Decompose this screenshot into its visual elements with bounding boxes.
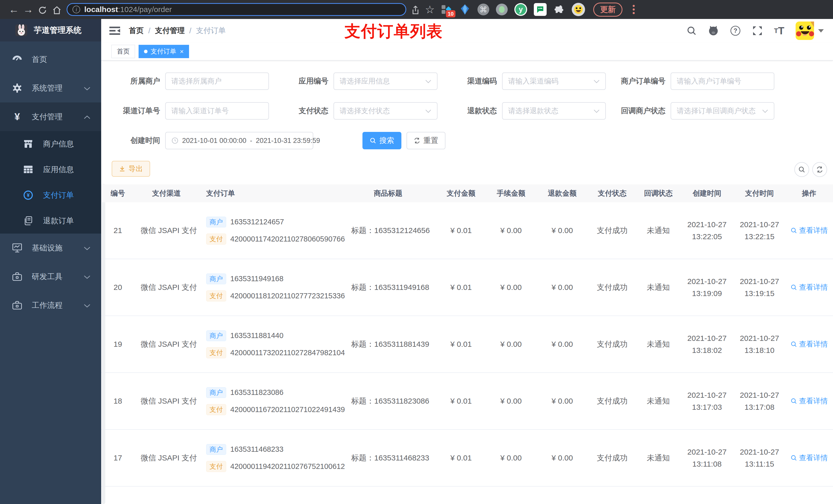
user-avatar[interactable] xyxy=(795,22,824,40)
chevron-down-icon xyxy=(84,243,90,252)
site-info-icon[interactable]: i xyxy=(72,6,80,13)
reset-button[interactable]: 重置 xyxy=(406,132,446,149)
cell-title: 标题：1635312124656 xyxy=(339,225,437,236)
extension-puzzle-icon[interactable] xyxy=(553,4,565,15)
sidebar-item-system[interactable]: 系统管理 xyxy=(0,74,101,102)
shop-icon xyxy=(23,140,34,148)
help-icon[interactable]: ? xyxy=(730,25,741,36)
cell-title: 标题：1635311468233 xyxy=(339,453,437,463)
extension-gem-icon[interactable] xyxy=(459,4,471,15)
fullscreen-icon[interactable] xyxy=(752,25,763,36)
extension-command-icon[interactable]: ⌘ xyxy=(477,4,489,15)
refresh-table-button[interactable] xyxy=(812,162,827,177)
tab-pay-order[interactable]: 支付订单 × xyxy=(139,45,189,58)
pay-status-select[interactable]: 请选择支付状态 xyxy=(334,102,437,120)
svg-text:¥: ¥ xyxy=(27,192,30,198)
view-details-link[interactable]: 查看详情 xyxy=(790,396,828,406)
extension-vue-icon[interactable]: y xyxy=(514,3,527,16)
app-select[interactable]: 请选择应用信息 xyxy=(334,72,437,90)
cell-action: 查看详情 xyxy=(785,396,833,406)
breadcrumb-payment[interactable]: 支付管理 xyxy=(155,26,185,36)
tags-view-bar: 首页 支付订单 × xyxy=(101,43,833,61)
bookmark-star-icon[interactable]: ☆ xyxy=(423,3,437,16)
sidebar-item-infrastructure[interactable]: 基础设施 xyxy=(0,234,101,262)
cell-paid: 2021-10-2713:19:15 xyxy=(734,276,785,298)
view-details-link[interactable]: 查看详情 xyxy=(790,453,828,463)
merchant-tag: 商户 xyxy=(206,387,226,398)
filter-create-time: 创建时间 2021-10-01 00:00:00 - 2021-10-31 23… xyxy=(101,132,313,149)
cell-notify: 未通知 xyxy=(637,396,680,406)
sidebar-item-home[interactable]: 首页 xyxy=(0,45,101,74)
cell-status: 支付成功 xyxy=(588,453,637,463)
cell-fee: ¥ 0.00 xyxy=(485,226,537,235)
export-button[interactable]: 导出 xyxy=(112,161,150,177)
forward-icon[interactable]: → xyxy=(21,4,35,15)
extension-grid-icon[interactable]: 10 xyxy=(441,4,452,15)
cell-status: 支付成功 xyxy=(588,225,637,236)
cell-amount: ¥ 0.01 xyxy=(437,226,485,235)
submenu-item-pay-order[interactable]: ¥ 支付订单 xyxy=(0,182,101,208)
breadcrumb-home[interactable]: 首页 xyxy=(129,26,144,36)
browser-menu-icon[interactable] xyxy=(633,5,635,14)
cell-order-no: 商户1635311881440 支付4200001173202110272847… xyxy=(198,330,339,358)
cell-action: 查看详情 xyxy=(785,339,833,349)
sidebar-item-payment[interactable]: ¥ 支付管理 xyxy=(0,102,101,131)
sidebar-item-dev-tools[interactable]: 研发工具 xyxy=(0,262,101,291)
page-title-annotation: 支付订单列表 xyxy=(344,21,443,42)
clock-icon xyxy=(171,137,178,144)
merchant-order-input[interactable] xyxy=(671,72,774,90)
submenu-item-app-info[interactable]: 应用信息 xyxy=(0,157,101,182)
cell-paid: 2021-10-2713:22:15 xyxy=(734,219,785,241)
magnifier-icon xyxy=(790,227,797,234)
pay-order-icon: ¥ xyxy=(23,190,34,200)
extension-recorder-icon[interactable] xyxy=(496,4,508,15)
back-icon[interactable]: ← xyxy=(7,4,21,15)
orders-table: 编号 支付渠道 支付订单 商品标题 支付金额 手续金额 退款金额 支付状态 回调… xyxy=(101,184,833,504)
sidebar-item-label: 支付管理 xyxy=(32,112,63,122)
home-icon[interactable] xyxy=(50,4,64,15)
callback-status-select[interactable]: 请选择订单回调商户状态 xyxy=(671,102,774,120)
menu-fold-icon[interactable] xyxy=(109,26,121,36)
channel-order-input[interactable] xyxy=(165,102,269,120)
header-search-icon[interactable] xyxy=(687,26,697,36)
view-details-link[interactable]: 查看详情 xyxy=(790,225,828,235)
submenu-item-label: 退款订单 xyxy=(43,216,74,226)
briefcase-icon xyxy=(11,301,23,310)
url-text: localhost:1024/pay/order xyxy=(84,5,172,14)
chrome-update-button[interactable]: 更新 xyxy=(593,3,622,17)
merchant-tag: 商户 xyxy=(206,444,226,455)
submenu-item-refund-order[interactable]: 退款订单 xyxy=(0,208,101,234)
table-grid-icon xyxy=(23,165,34,174)
submenu-item-merchant-info[interactable]: 商户信息 xyxy=(0,131,101,157)
show-search-toggle-button[interactable] xyxy=(794,162,809,177)
date-range-input[interactable]: 2021-10-01 00:00:00 - 2021-10-31 23:59:5… xyxy=(165,132,313,149)
cell-created: 2021-10-2713:11:08 xyxy=(680,447,734,469)
merchant-input[interactable] xyxy=(165,72,269,90)
view-details-link[interactable]: 查看详情 xyxy=(790,283,828,292)
font-size-icon[interactable]: TT xyxy=(774,25,784,37)
search-button[interactable]: 搜索 xyxy=(362,132,401,149)
view-details-link[interactable]: 查看详情 xyxy=(790,339,828,349)
extension-chat-icon[interactable] xyxy=(534,3,547,16)
cell-order-no: 商户1635311823086 支付4200001167202110271022… xyxy=(198,387,339,415)
address-bar[interactable]: i localhost:1024/pay/order xyxy=(67,3,406,16)
channel-code-select[interactable]: 请输入渠道编码 xyxy=(502,72,606,90)
extension-badge: 10 xyxy=(446,10,455,18)
reload-icon[interactable] xyxy=(35,4,50,15)
share-icon[interactable] xyxy=(408,4,423,15)
page-content: 所属商户 应用编号 请选择应用信息 渠道编码 请输入渠道编码 商户订单编号 渠道… xyxy=(101,61,833,504)
tab-close-icon[interactable]: × xyxy=(180,48,184,55)
sidebar-item-workflow[interactable]: 工作流程 xyxy=(0,291,101,320)
cell-channel: 微信 JSAPI 支付 xyxy=(135,282,198,293)
chevron-down-icon xyxy=(84,272,90,281)
sidebar-logo[interactable]: 芋道管理系统 xyxy=(0,19,101,42)
cell-channel: 微信 JSAPI 支付 xyxy=(135,339,198,350)
refund-status-select[interactable]: 请选择退款状态 xyxy=(502,102,606,120)
cell-fee: ¥ 0.00 xyxy=(485,340,537,349)
github-icon[interactable] xyxy=(708,25,719,36)
cell-fee: ¥ 0.00 xyxy=(485,397,537,405)
table-row: 18 微信 JSAPI 支付 商户1635311823086 支付4200001… xyxy=(101,373,833,430)
extension-avatar-emoji[interactable] xyxy=(572,3,585,16)
filter-channel-order-no: 渠道订单号 xyxy=(101,102,269,120)
tab-home[interactable]: 首页 xyxy=(112,45,135,58)
